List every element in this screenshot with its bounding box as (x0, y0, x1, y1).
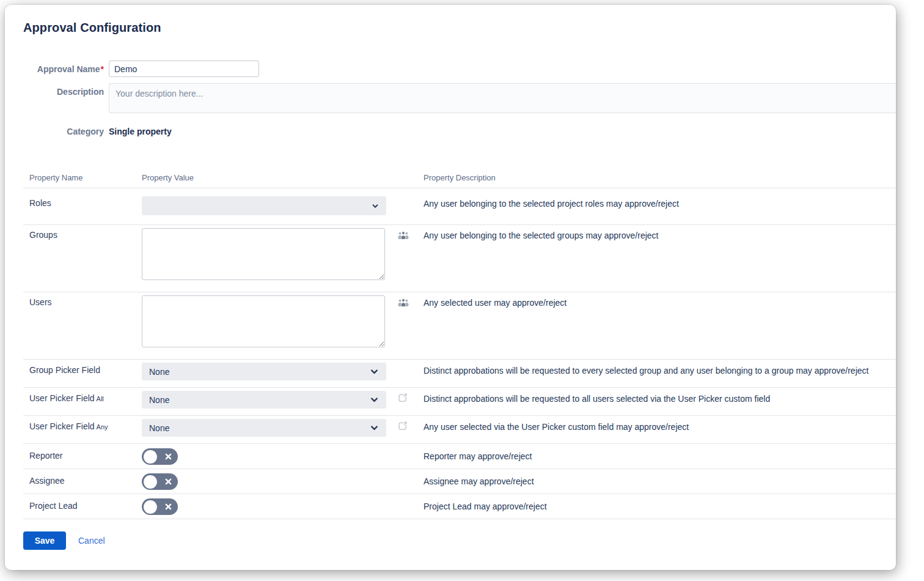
toggle-knob (144, 475, 157, 489)
category-label: Category (23, 123, 109, 137)
users-input[interactable] (142, 295, 385, 347)
groups-input[interactable] (142, 228, 385, 280)
chevron-down-icon (370, 367, 379, 376)
description-input[interactable] (109, 83, 896, 113)
assignee-toggle[interactable] (142, 473, 178, 490)
roles-select[interactable] (142, 196, 386, 215)
custom-field-icon (398, 421, 408, 431)
reporter-toggle[interactable] (142, 448, 178, 465)
approval-form: Approval Name* Description Category Sing… (23, 61, 896, 137)
property-name: Roles (23, 188, 142, 224)
property-name: Project Lead (23, 494, 142, 519)
property-name-suffix: All (97, 395, 104, 402)
chevron-down-icon (370, 395, 379, 404)
column-header-property-name: Property Name (23, 173, 142, 182)
property-description: Distinct approbations will be requested … (424, 360, 896, 387)
cancel-button[interactable]: Cancel (78, 536, 105, 546)
toggle-knob (144, 450, 157, 464)
property-name: Groups (23, 225, 142, 292)
table-row-project-lead: Project Lead Project Lead may approve/re… (23, 494, 896, 519)
property-description: Reporter may approve/reject (424, 444, 896, 468)
description-label: Description (23, 83, 109, 97)
property-description: Project Lead may approve/reject (424, 494, 896, 519)
table-header-row: Property Name Property Value Property De… (23, 170, 896, 188)
custom-field-icon (398, 393, 408, 402)
people-group-icon (398, 298, 409, 306)
user-picker-field-all-select[interactable]: None (142, 391, 386, 409)
form-actions: Save Cancel (23, 531, 896, 550)
property-name: Group Picker Field (23, 360, 142, 387)
toggle-off-x-icon (165, 503, 172, 510)
table-row-users: Users Any selected user may approve/reje… (23, 292, 896, 360)
chevron-down-icon (370, 423, 379, 432)
approval-configuration-panel: Approval Configuration Approval Name* De… (5, 5, 896, 570)
toggle-off-x-icon (165, 478, 172, 485)
property-description: Any user belonging to the selected proje… (424, 188, 896, 224)
property-description: Any user belonging to the selected group… (424, 225, 896, 292)
property-description: Any selected user may approve/reject (424, 292, 896, 359)
column-header-property-value: Property Value (142, 173, 386, 182)
property-name: Assignee (23, 469, 142, 494)
property-description: Assignee may approve/reject (424, 469, 896, 494)
property-description: Any user selected via the User Picker cu… (424, 416, 896, 443)
chevron-down-icon (372, 202, 379, 210)
page-title: Approval Configuration (23, 21, 896, 35)
required-asterisk: * (101, 64, 104, 74)
table-row-roles: Roles Any user belonging to the selected… (23, 188, 896, 225)
property-description: Distinct approbations will be requested … (424, 388, 896, 415)
toggle-off-x-icon (165, 453, 172, 460)
property-name-suffix: Any (97, 423, 108, 431)
table-row-user-picker-field-any: User Picker FieldAny None Any user selec… (23, 416, 896, 444)
table-row-reporter: Reporter Reporter may approve/reject (23, 444, 896, 469)
property-name: User Picker FieldAny (23, 416, 142, 443)
property-name: User Picker FieldAll (23, 388, 142, 415)
table-row-group-picker-field: Group Picker Field None Distinct approba… (23, 360, 896, 388)
people-group-icon (398, 231, 409, 239)
table-row-assignee: Assignee Assignee may approve/reject (23, 469, 896, 494)
table-row-user-picker-field-all: User Picker FieldAll None Distinct appro… (23, 388, 896, 416)
approval-name-label: Approval Name* (23, 61, 109, 75)
project-lead-toggle[interactable] (142, 498, 178, 515)
table-row-groups: Groups Any user belonging to the selecte… (23, 225, 896, 292)
column-header-property-description: Property Description (424, 173, 896, 182)
approval-name-input[interactable] (109, 61, 259, 77)
category-value: Single property (109, 123, 172, 136)
property-name: Reporter (23, 444, 142, 468)
save-button[interactable]: Save (23, 531, 66, 550)
toggle-knob (144, 500, 157, 514)
properties-table: Property Name Property Value Property De… (23, 170, 896, 519)
group-picker-field-select[interactable]: None (142, 363, 386, 380)
user-picker-field-any-select[interactable]: None (142, 419, 386, 437)
property-name: Users (23, 292, 142, 359)
